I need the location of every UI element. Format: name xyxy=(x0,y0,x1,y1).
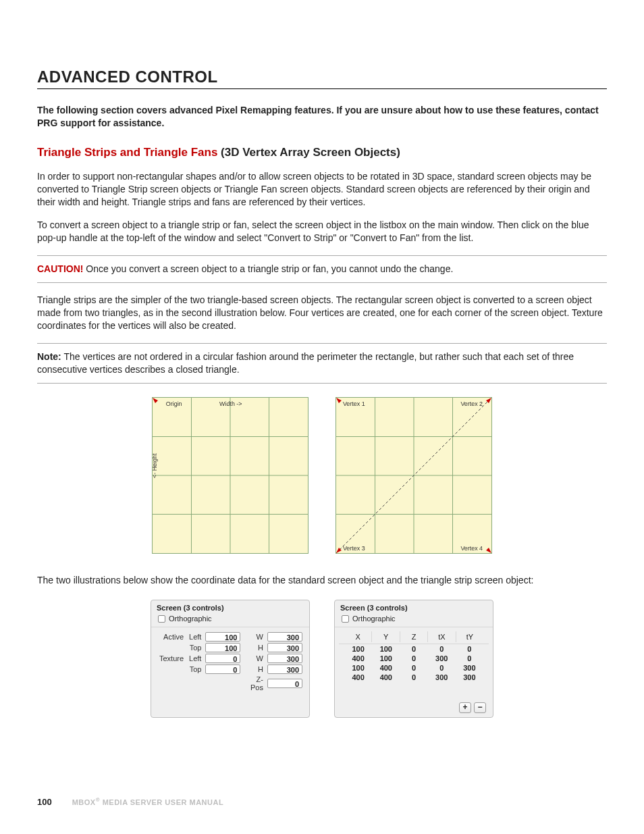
table-row[interactable]: 10040000300 xyxy=(339,663,489,673)
diagram-triangle-strip: Vertex 1 Vertex 2 Vertex 3 Vertex 4 xyxy=(336,397,492,554)
panelB-header-row: X Y Z tX tY xyxy=(339,631,489,644)
diagram-standard-rect: Origin Width -> <- Height xyxy=(152,397,308,554)
add-vertex-button[interactable]: + xyxy=(459,702,471,713)
table-row: Texture Left 0 W 300 xyxy=(157,653,304,664)
note-text: The vertices are not ordered in a circul… xyxy=(37,351,574,375)
panel-vertex-coords: Screen (3 controls) Orthographic X Y Z t… xyxy=(334,600,493,718)
section-heading: ADVANCED CONTROL xyxy=(37,68,607,89)
caution-block: CAUTION! Once you convert a screen objec… xyxy=(37,255,607,283)
remove-vertex-button[interactable]: − xyxy=(474,702,486,713)
paragraph-3: Triangle strips are the simpler of the t… xyxy=(37,294,607,332)
panel-standard-coords: Screen (3 controls) Orthographic Active … xyxy=(151,600,310,718)
svg-marker-6 xyxy=(153,398,158,403)
page-number: 100 xyxy=(37,797,52,807)
diag2-v2-label: Vertex 2 xyxy=(460,400,483,407)
table-row: Active Left 100 W 300 xyxy=(157,631,304,642)
panelA-table: Active Left 100 W 300 Top 100 H 300 Text… xyxy=(157,631,304,692)
page-footer: 100 MBOX® MEDIA SERVER USER MANUAL xyxy=(37,797,607,807)
subhead-rest: (3D Vertex Array Screen Objects) xyxy=(217,146,400,159)
panelA-active-top[interactable]: 100 xyxy=(205,643,240,652)
panelB-ortho-checkbox[interactable] xyxy=(342,615,349,623)
table-row[interactable]: 4004000300300 xyxy=(339,673,489,682)
caution-label: CAUTION! xyxy=(37,263,83,274)
panelA-zpos[interactable]: 0 xyxy=(267,679,302,688)
table-row: Top 100 H 300 xyxy=(157,642,304,653)
panelA-active-left[interactable]: 100 xyxy=(205,632,240,642)
panelA-ortho-checkbox[interactable] xyxy=(158,615,165,623)
panelA-tex-h[interactable]: 300 xyxy=(267,664,302,674)
table-row: Z-Pos 0 xyxy=(157,675,304,692)
table-row[interactable]: 100100000 xyxy=(339,644,489,654)
diag2-v1-label: Vertex 1 xyxy=(343,400,365,407)
subsection-heading: Triangle Strips and Triangle Fans (3D Ve… xyxy=(37,146,607,159)
diag2-v4-label: Vertex 4 xyxy=(460,545,483,552)
panelA-title: Screen (3 controls) xyxy=(151,600,309,613)
subhead-red-part: Triangle Strips and Triangle Fans xyxy=(37,146,217,159)
table-row[interactable]: 40010003000 xyxy=(339,654,489,663)
publication-title: MBOX® MEDIA SERVER USER MANUAL xyxy=(72,797,223,806)
paragraph-2: To convert a screen object to a triangle… xyxy=(37,219,607,244)
panelA-tex-left[interactable]: 0 xyxy=(205,654,240,663)
caution-text: Once you convert a screen object to a tr… xyxy=(83,263,453,274)
table-row: Top 0 H 300 xyxy=(157,664,304,675)
panelA-tex-w[interactable]: 300 xyxy=(267,654,302,663)
note-label: Note: xyxy=(37,351,61,362)
svg-marker-14 xyxy=(336,398,342,403)
svg-marker-17 xyxy=(486,548,491,553)
note-block: Note: The vertices are not ordered in a … xyxy=(37,343,607,384)
panelA-active-h[interactable]: 300 xyxy=(267,643,302,652)
paragraph-1: In order to support non-rectangular shap… xyxy=(37,170,607,209)
intro-paragraph: The following section covers advanced Pi… xyxy=(37,104,607,130)
paragraph-4: The two illustrations below show the coo… xyxy=(37,574,607,587)
diag1-height-label: <- Height xyxy=(152,453,158,478)
diag1-width-label: Width -> xyxy=(219,400,242,407)
panelA-ortho-label: Orthographic xyxy=(169,615,212,623)
diag2-v3-label: Vertex 3 xyxy=(343,545,365,552)
panelA-tex-top[interactable]: 0 xyxy=(205,664,240,674)
panelA-active-w[interactable]: 300 xyxy=(267,632,302,642)
panelB-title: Screen (3 controls) xyxy=(335,600,493,613)
panelB-ortho-label: Orthographic xyxy=(352,615,396,623)
diag1-origin-label: Origin xyxy=(166,400,182,407)
